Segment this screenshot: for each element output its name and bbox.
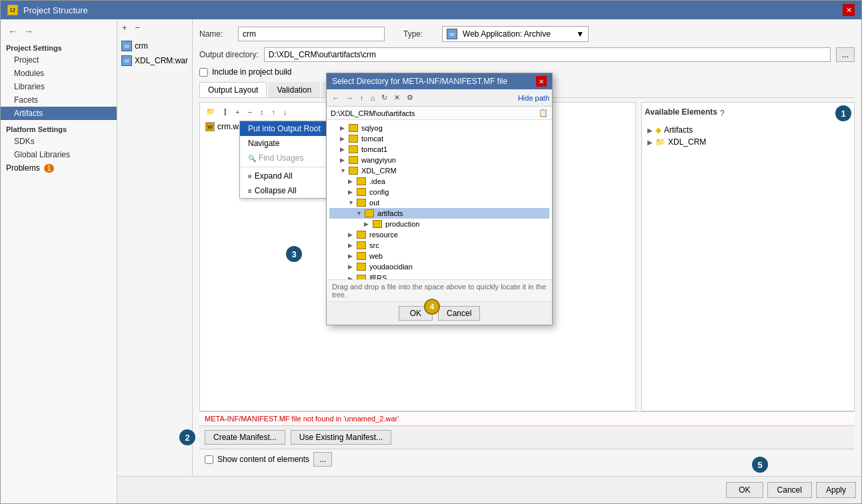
project-settings-header: Project Settings (1, 40, 117, 53)
out-icon (357, 199, 366, 207)
type-select[interactable]: W Web Application: Archive ▼ (442, 26, 589, 42)
dtree-sqlyog[interactable]: ▶ sqlyog (329, 123, 549, 133)
dialog-path-text: D:\XDL_CRM\out\artifacts (331, 109, 415, 117)
artifact-xdl-crm-war[interactable]: W XDL_CRM:war (117, 53, 192, 68)
src-icon (357, 241, 366, 249)
sidebar-item-sdks[interactable]: SDKs (1, 135, 117, 148)
resource-icon (357, 231, 366, 239)
dialog-title-bar: Select Directory for META-INF/MANIFEST.M… (327, 73, 552, 89)
web-icon (357, 252, 366, 260)
dialog-home-btn[interactable]: ⌂ (368, 93, 378, 103)
forward-button[interactable]: → (22, 25, 35, 37)
tree-down-btn[interactable]: ↓ (280, 105, 291, 118)
dtree-youdaocidian[interactable]: ▶ youdaocidian (329, 261, 549, 272)
dialog-cancel-button[interactable]: Cancel (438, 306, 480, 321)
artifact-crm[interactable]: W crm (117, 39, 192, 53)
dtree-xdl-crm[interactable]: ▼ XDL_CRM (329, 165, 549, 176)
production-icon (373, 220, 382, 228)
tree-add-btn[interactable]: + (232, 105, 243, 118)
annotation-circle-2: 2 (179, 429, 195, 445)
dtree-idea[interactable]: ▶ .idea (329, 176, 549, 187)
dtree-production[interactable]: ▶ production (329, 219, 549, 229)
tree-up-btn[interactable]: ↑ (268, 105, 279, 118)
sidebar: ← → Project Settings Project Modules Lib… (1, 19, 117, 503)
war-file-icon: W (205, 122, 215, 131)
back-button[interactable]: ← (6, 25, 19, 37)
dialog-ok-button[interactable]: OK 4 (399, 306, 433, 321)
output-dir-row: Output directory: ... (199, 47, 855, 62)
dtree-tomcat1[interactable]: ▶ tomcat1 (329, 144, 549, 155)
sidebar-item-global-libraries[interactable]: Global Libraries (1, 148, 117, 161)
mors-icon (357, 275, 366, 281)
dialog-tree[interactable]: ▶ sqlyog ▶ tomcat ▶ (327, 120, 552, 280)
dtree-src[interactable]: ▶ src (329, 240, 549, 251)
manifest-buttons-row: 2 Create Manifest... Use Existing Manife… (199, 425, 855, 449)
tab-validation[interactable]: Validation (268, 82, 320, 97)
apply-button[interactable]: Apply (816, 482, 856, 498)
window-title: Project Structure (23, 5, 88, 15)
title-bar: IJ Project Structure ✕ (1, 1, 861, 19)
sqlyog-icon (349, 124, 358, 132)
ok-button[interactable]: OK (726, 482, 763, 498)
output-input[interactable] (264, 47, 831, 62)
dialog-settings-btn[interactable]: ⚙ (404, 92, 416, 103)
use-existing-manifest-button[interactable]: Use Existing Manifest... (291, 430, 391, 445)
bottom-buttons-row: 5 OK Cancel Apply (117, 476, 861, 503)
tab-output-layout[interactable]: Output Layout (199, 82, 267, 97)
dtree-mors[interactable]: ▶ 膜RS (329, 272, 549, 280)
include-checkbox[interactable] (199, 68, 208, 77)
dtree-resource[interactable]: ▶ resource (329, 229, 549, 240)
dtree-wangyiyun[interactable]: ▶ wangyiyun (329, 155, 549, 165)
name-input[interactable] (238, 27, 385, 41)
tree-remove-btn[interactable]: − (244, 105, 255, 118)
sidebar-item-facets[interactable]: Facets (1, 93, 117, 107)
type-select-icon: W (447, 29, 457, 39)
show-elements-btn[interactable]: ... (313, 452, 332, 467)
show-elements-checkbox[interactable] (205, 455, 213, 464)
dialog-back-btn[interactable]: ← (329, 93, 342, 103)
status-area: META-INF/MANIFEST.MF file not found in '… (199, 411, 855, 425)
output-label: Output directory: (199, 50, 259, 59)
cancel-button[interactable]: Cancel (767, 482, 812, 498)
dtree-out[interactable]: ▼ out (329, 197, 549, 208)
avail-xdl-crm-label: XDL_CRM (668, 137, 706, 147)
xdl-folder-icon: 📁 (655, 137, 665, 147)
close-button[interactable]: ✕ (843, 4, 855, 16)
sidebar-item-modules[interactable]: Modules (1, 67, 117, 80)
dtree-tomcat[interactable]: ▶ tomcat (329, 133, 549, 144)
dialog-footer: Drag and drop a file into the space abov… (327, 280, 552, 302)
dtree-web[interactable]: ▶ web (329, 251, 549, 261)
content-area: Name: Type: W Web Application: Archive ▼… (193, 19, 861, 476)
dialog-delete-btn[interactable]: ✕ (391, 92, 403, 103)
dialog-toolbar: ← → ↑ ⌂ ↻ ✕ ⚙ Hide path (327, 89, 552, 107)
dialog-path-icon[interactable]: 📋 (539, 109, 548, 117)
hide-path-link[interactable]: Hide path (518, 94, 549, 102)
wangyiyun-icon (349, 156, 358, 164)
dialog-close-button[interactable]: ✕ (536, 76, 547, 87)
annotation-circle-5: 5 (752, 457, 768, 473)
status-message: META-INF/MANIFEST.MF file not found in '… (205, 415, 399, 423)
help-icon[interactable]: ? (720, 109, 725, 118)
problems-row[interactable]: Problems 1 (1, 161, 117, 175)
include-label: Include in project build (212, 67, 291, 77)
create-manifest-button[interactable]: Create Manifest... (205, 430, 285, 445)
dtree-artifacts[interactable]: ▼ artifacts (329, 208, 549, 219)
avail-item-xdl-crm[interactable]: ▶ 📁 XDL_CRM (645, 136, 851, 148)
avail-item-artifacts[interactable]: ▶ ◆ Artifacts (645, 124, 851, 136)
dialog-up-btn[interactable]: ↑ (357, 93, 367, 103)
dialog-refresh-btn[interactable]: ↻ (379, 92, 390, 103)
add-artifact-button[interactable]: + (119, 21, 131, 35)
tree-sort-btn[interactable]: ↕ (257, 105, 267, 118)
sidebar-item-libraries[interactable]: Libraries (1, 80, 117, 93)
annotation-circle-1: 1 (835, 105, 851, 121)
dialog-forward-btn[interactable]: → (343, 93, 356, 103)
sidebar-item-project[interactable]: Project (1, 53, 117, 67)
config-icon (357, 188, 366, 196)
dtree-config[interactable]: ▶ config (329, 187, 549, 197)
browse-button[interactable]: ... (836, 47, 855, 62)
remove-artifact-button[interactable]: − (132, 21, 144, 35)
tomcat-icon (349, 135, 358, 143)
tree-parallel-btn[interactable]: ∥ (220, 105, 231, 118)
tree-folder-btn[interactable]: 📁 (203, 105, 219, 118)
sidebar-item-artifacts[interactable]: Artifacts (1, 107, 117, 120)
